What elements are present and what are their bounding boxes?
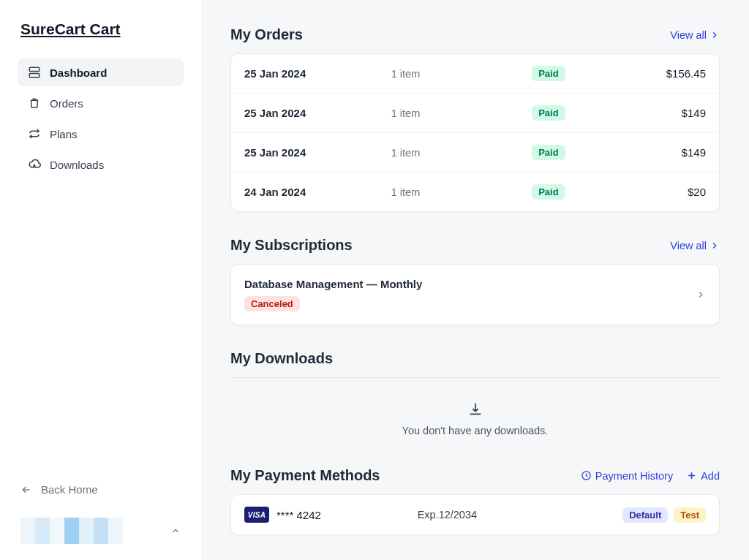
nav-label: Dashboard [50,67,107,79]
subscription-name: Database Management — Monthly [244,278,422,290]
status-badge: Paid [532,184,565,200]
subscriptions-card: Database Management — Monthly Canceled [230,264,720,325]
nav-label: Downloads [50,159,104,171]
nav-plans[interactable]: Plans [18,120,184,148]
status-badge: Paid [532,105,565,121]
sidebar: SureCart Cart Dashboard Orders Plans Dow… [0,0,201,560]
repeat-icon [28,127,41,140]
nav-dashboard[interactable]: Dashboard [18,58,184,86]
chevron-right-icon [710,30,720,40]
order-row[interactable]: 25 Jan 2024 1 item Paid $156.45 [231,54,719,94]
payment-methods-card: VISA **** 4242 Exp.12/2034 Default Test [230,494,720,535]
status-badge: Canceled [244,296,300,311]
payment-method-row[interactable]: VISA **** 4242 Exp.12/2034 Default Test [231,495,719,534]
download-icon [467,401,483,417]
chevron-right-icon [696,290,706,300]
subscriptions-title: My Subscriptions [230,237,353,254]
layout-icon [28,66,41,79]
chevron-right-icon [710,241,720,251]
arrow-left-icon [20,484,32,496]
plus-icon [686,470,697,481]
cloud-down-icon [28,158,41,171]
subscription-row[interactable]: Database Management — Monthly Canceled [231,265,719,325]
order-row[interactable]: 25 Jan 2024 1 item Paid $149 [231,94,719,133]
avatar [20,518,123,544]
main-content: My Orders View all 25 Jan 2024 1 item Pa… [201,0,749,560]
svg-rect-0 [29,67,39,71]
clock-icon [581,470,592,481]
app-title[interactable]: SureCart Cart [18,20,184,38]
nav-label: Plans [50,128,78,140]
nav-list: Dashboard Orders Plans Downloads [18,58,184,178]
payment-history-link[interactable]: Payment History [581,470,673,482]
order-row[interactable]: 25 Jan 2024 1 item Paid $149 [231,133,719,173]
payment-methods-section: My Payment Methods Payment History Add V… [230,467,720,535]
orders-card: 25 Jan 2024 1 item Paid $156.45 25 Jan 2… [230,53,720,212]
visa-icon: VISA [244,507,269,523]
downloads-title: My Downloads [230,350,333,367]
back-home-link[interactable]: Back Home [18,476,184,503]
back-home-label: Back Home [41,483,98,496]
add-payment-method[interactable]: Add [686,470,720,482]
svg-rect-1 [29,74,39,77]
downloads-section: My Downloads You don't have any download… [230,350,720,442]
nav-orders[interactable]: Orders [18,89,184,117]
nav-label: Orders [50,97,83,110]
profile-toggle[interactable] [18,513,184,548]
order-row[interactable]: 24 Jan 2024 1 item Paid $20 [231,173,719,211]
orders-view-all[interactable]: View all [670,29,720,41]
payment-methods-title: My Payment Methods [230,467,380,484]
orders-title: My Orders [230,26,303,43]
default-badge: Default [622,507,668,523]
status-badge: Paid [532,66,565,81]
bag-icon [28,97,41,110]
status-badge: Paid [532,145,565,160]
nav-downloads[interactable]: Downloads [18,151,184,178]
orders-section: My Orders View all 25 Jan 2024 1 item Pa… [230,26,720,212]
subscriptions-section: My Subscriptions View all Database Manag… [230,237,720,325]
chevron-up-icon [170,526,181,536]
subscriptions-view-all[interactable]: View all [670,240,720,251]
test-badge: Test [674,507,706,523]
downloads-empty: You don't have any downloads. [230,388,720,442]
